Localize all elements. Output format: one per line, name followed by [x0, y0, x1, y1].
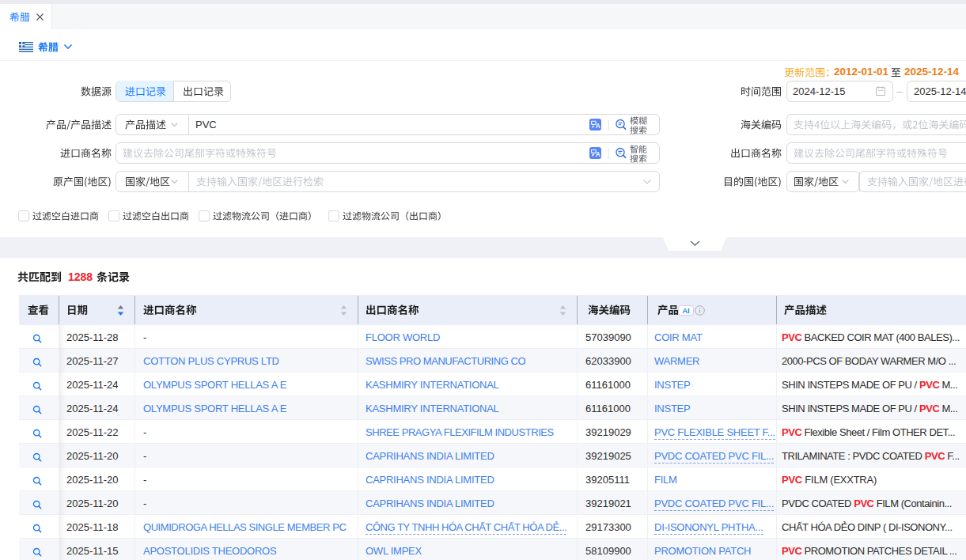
svg-text:AI: AI	[682, 306, 690, 315]
svg-text:A: A	[596, 123, 600, 130]
svg-text:A: A	[596, 151, 600, 158]
